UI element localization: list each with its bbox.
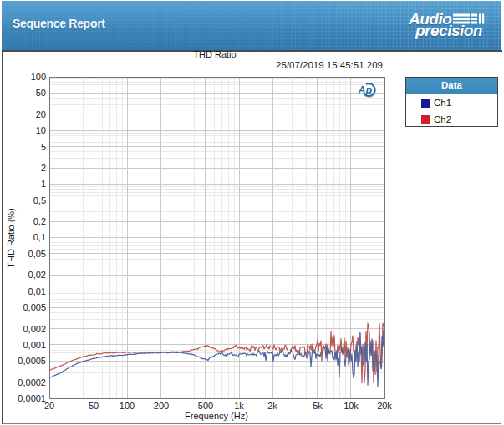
svg-text:THD Ratio (%): THD Ratio (%) bbox=[6, 208, 16, 268]
svg-text:10k: 10k bbox=[344, 401, 359, 411]
svg-text:25/07/2019 15:45:51.209: 25/07/2019 15:45:51.209 bbox=[276, 60, 383, 70]
svg-text:0,5: 0,5 bbox=[33, 195, 46, 205]
svg-text:100: 100 bbox=[31, 72, 46, 82]
svg-text:5: 5 bbox=[41, 142, 46, 152]
svg-text:10: 10 bbox=[36, 125, 46, 135]
svg-text:0,02: 0,02 bbox=[28, 270, 46, 280]
svg-text:0,01: 0,01 bbox=[28, 286, 46, 296]
svg-text:500: 500 bbox=[198, 401, 213, 411]
svg-text:20: 20 bbox=[36, 109, 46, 119]
svg-text:1k: 1k bbox=[234, 401, 244, 411]
svg-text:0,002: 0,002 bbox=[23, 324, 46, 334]
svg-text:20k: 20k bbox=[377, 401, 392, 411]
svg-text:1: 1 bbox=[41, 179, 46, 189]
svg-text:0,0001: 0,0001 bbox=[18, 393, 46, 403]
svg-text:50: 50 bbox=[36, 88, 46, 98]
svg-text:0,0005: 0,0005 bbox=[18, 356, 46, 366]
svg-text:0,05: 0,05 bbox=[28, 249, 46, 259]
svg-text:20: 20 bbox=[44, 401, 54, 411]
svg-text:THD Ratio: THD Ratio bbox=[193, 49, 236, 59]
svg-text:Frequency (Hz): Frequency (Hz) bbox=[185, 411, 248, 421]
svg-text:2k: 2k bbox=[267, 401, 277, 411]
svg-text:100: 100 bbox=[120, 401, 135, 411]
svg-text:0,1: 0,1 bbox=[33, 232, 46, 242]
svg-text:0,001: 0,001 bbox=[23, 340, 46, 350]
svg-text:0,005: 0,005 bbox=[23, 302, 46, 312]
svg-text:Ap: Ap bbox=[358, 84, 373, 96]
svg-text:2: 2 bbox=[41, 163, 46, 173]
svg-text:0,0002: 0,0002 bbox=[18, 377, 46, 387]
svg-text:50: 50 bbox=[89, 401, 99, 411]
svg-text:0,2: 0,2 bbox=[33, 216, 46, 226]
svg-text:5k: 5k bbox=[313, 401, 323, 411]
svg-text:200: 200 bbox=[154, 401, 169, 411]
